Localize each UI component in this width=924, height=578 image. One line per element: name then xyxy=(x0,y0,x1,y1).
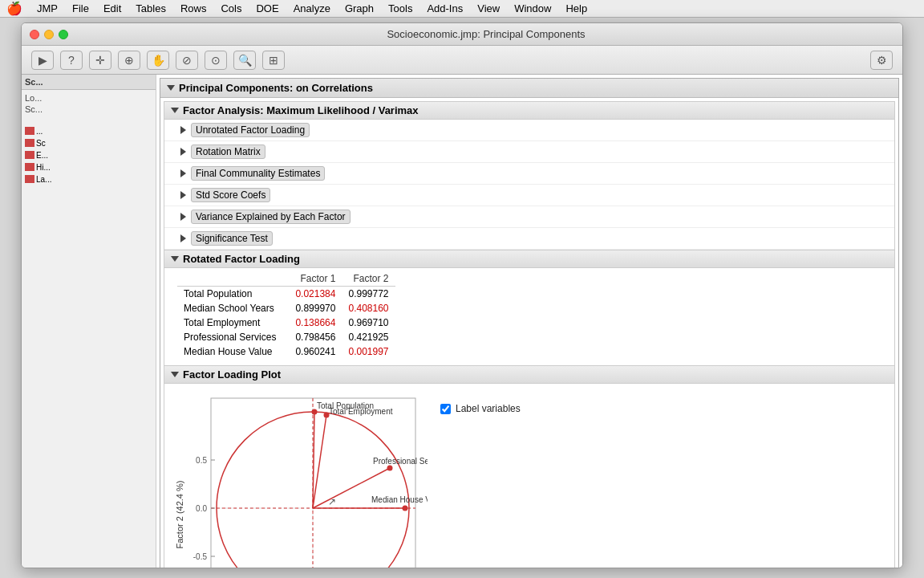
menu-doe[interactable]: DOE xyxy=(249,1,285,16)
menu-window[interactable]: Window xyxy=(508,1,557,16)
y-axis-label: Factor 2 (42.4 %) xyxy=(175,481,184,549)
crosshair-button[interactable]: ✛ xyxy=(89,51,111,70)
collapse-triangle-fa xyxy=(171,108,179,113)
col-header-f2: Factor 2 xyxy=(342,271,395,287)
y-tick-minus05: -0.5 xyxy=(193,552,208,561)
triangle-rfl xyxy=(171,256,179,262)
table-row: Median School Years 0.899970 0.408160 xyxy=(177,301,395,315)
menu-help[interactable]: Help xyxy=(559,1,594,16)
menu-cols[interactable]: Cols xyxy=(214,1,248,16)
table-row: Professional Services 0.798456 0.421925 xyxy=(177,330,395,344)
row-f1-3: 0.798456 xyxy=(289,330,342,344)
menubar: 🍎 JMP File Edit Tables Rows Cols DOE Ana… xyxy=(0,0,924,18)
sidebar-row-label-1: ... xyxy=(36,127,43,136)
menu-addins[interactable]: Add-Ins xyxy=(420,1,469,16)
significance-test-label: Significance Test xyxy=(191,231,273,246)
row-f2-4: 0.001997 xyxy=(342,344,395,359)
zoom-button[interactable]: ⊙ xyxy=(205,51,227,70)
apple-menu[interactable]: 🍎 xyxy=(6,1,22,16)
color-swatch-4 xyxy=(25,163,34,171)
menu-analyze[interactable]: Analyze xyxy=(287,1,337,16)
menu-rows[interactable]: Rows xyxy=(174,1,213,16)
col-header-f1: Factor 1 xyxy=(289,271,342,287)
rotation-matrix-row[interactable]: Rotation Matrix xyxy=(164,141,894,163)
menu-edit[interactable]: Edit xyxy=(97,1,128,16)
run-button[interactable]: ▶ xyxy=(31,51,54,70)
rotated-factor-loading-table: Factor 1 Factor 2 Total Population 0.021… xyxy=(177,271,881,359)
menu-jmp[interactable]: JMP xyxy=(30,1,64,16)
window-title: Socioeconomic.jmp: Principal Components xyxy=(78,28,894,40)
triangle-ve xyxy=(180,213,186,221)
row-f2-1: 0.408160 xyxy=(342,301,395,315)
principal-components-header[interactable]: Principal Components: on Correlations xyxy=(160,79,898,98)
plot-svg-container: Factor 2 (42.4 %) xyxy=(171,390,428,568)
settings-button[interactable]: ⚙ xyxy=(870,51,893,70)
menu-file[interactable]: File xyxy=(66,1,95,16)
row-f1-0: 0.021384 xyxy=(289,287,342,302)
final-communality-row[interactable]: Final Communality Estimates xyxy=(164,163,894,185)
factor-plot-area: Factor 2 (42.4 %) xyxy=(164,384,894,568)
label-variables-toggle[interactable]: Label variables xyxy=(440,403,521,414)
label-median-house-value: Median House Value xyxy=(371,495,428,504)
label-professional-services: Professional Services xyxy=(373,457,428,466)
sidebar-item-sc[interactable]: Sc... xyxy=(25,104,152,114)
variance-explained-label: Variance Explained by Each Factor xyxy=(191,210,351,224)
sidebar-row-label-5: La... xyxy=(36,175,51,184)
table-row: Median House Value 0.960241 0.001997 xyxy=(177,344,395,359)
menu-view[interactable]: View xyxy=(471,1,506,16)
row-f2-3: 0.421925 xyxy=(342,330,395,344)
rotated-factor-loading-header[interactable]: Rotated Factor Loading xyxy=(164,250,894,268)
row-f1-1: 0.899970 xyxy=(289,301,342,315)
factor-analysis-header[interactable]: Factor Analysis: Maximum Likelihood / Va… xyxy=(164,102,894,120)
close-button[interactable] xyxy=(30,30,39,39)
grid-button[interactable]: ⊞ xyxy=(262,51,285,70)
factor-analysis-section: Factor Analysis: Maximum Likelihood / Va… xyxy=(164,101,895,568)
label-total-employment: Total Employment xyxy=(329,407,393,416)
std-score-coefs-row[interactable]: Std Score Coefs xyxy=(164,185,894,206)
menu-tables[interactable]: Tables xyxy=(129,1,172,16)
y-tick-0: 0.0 xyxy=(196,504,207,513)
lasso-button[interactable]: ⊘ xyxy=(176,51,198,70)
label-variables-checkbox[interactable] xyxy=(440,404,451,414)
rotated-factor-loading-section: Rotated Factor Loading Factor 1 Factor 2 xyxy=(164,250,894,359)
unrotated-factor-loading-row[interactable]: Unrotated Factor Loading xyxy=(164,120,894,141)
factor-loading-plot-title: Factor Loading Plot xyxy=(183,368,281,381)
menu-tools[interactable]: Tools xyxy=(382,1,419,16)
factor-plot-svg: Factor 2 (42.4 %) xyxy=(171,390,428,568)
principal-components-section: Principal Components: on Correlations Fa… xyxy=(160,78,899,568)
factor-loading-plot-header[interactable]: Factor Loading Plot xyxy=(164,366,894,384)
row-f2-0: 0.999772 xyxy=(342,287,395,302)
traffic-lights xyxy=(30,30,68,39)
help-button[interactable]: ? xyxy=(60,51,83,70)
sidebar-item-loc[interactable]: Lo... xyxy=(25,93,152,103)
color-swatch-3 xyxy=(25,151,34,159)
maximize-button[interactable] xyxy=(59,30,68,39)
left-sidebar: Sc... Lo... Sc... ... Sc E... xyxy=(22,75,156,568)
toolbar: ▶ ? ✛ ⊕ ✋ ⊘ ⊙ 🔍 ⊞ ⚙ xyxy=(22,46,902,75)
row-name-4: Median House Value xyxy=(177,344,289,359)
table-row: Total Population 0.021384 0.999772 xyxy=(177,287,395,302)
color-swatch-2 xyxy=(25,139,34,147)
row-name-1: Median School Years xyxy=(177,301,289,315)
search-button[interactable]: 🔍 xyxy=(233,51,256,70)
minimize-button[interactable] xyxy=(44,30,54,39)
final-communality-label: Final Communality Estimates xyxy=(191,166,325,181)
triangle-flp xyxy=(171,372,179,377)
point-median-house-value xyxy=(403,506,408,511)
factor-analysis-title: Factor Analysis: Maximum Likelihood / Va… xyxy=(183,104,419,116)
sidebar-row-label-2: Sc xyxy=(36,139,46,148)
sidebar-row-label-4: Hi... xyxy=(36,163,51,172)
cursor-indicator: ↗ xyxy=(328,496,336,507)
color-swatch-1 xyxy=(25,127,34,135)
y-tick-05: 0.5 xyxy=(196,456,207,465)
table-row: Total Employment 0.138664 0.969710 xyxy=(177,315,395,330)
factor-loading-plot-section: Factor Loading Plot Factor 2 (42.4 %) xyxy=(164,365,894,568)
significance-test-row[interactable]: Significance Test xyxy=(164,228,894,250)
row-f1-4: 0.960241 xyxy=(289,344,342,359)
variance-explained-row[interactable]: Variance Explained by Each Factor xyxy=(164,206,894,228)
titlebar: Socioeconomic.jmp: Principal Components xyxy=(22,23,902,46)
hand-button[interactable]: ✋ xyxy=(147,51,169,70)
zoom-in-button[interactable]: ⊕ xyxy=(118,51,140,70)
sidebar-label: Sc... xyxy=(25,77,43,87)
menu-graph[interactable]: Graph xyxy=(338,1,380,16)
